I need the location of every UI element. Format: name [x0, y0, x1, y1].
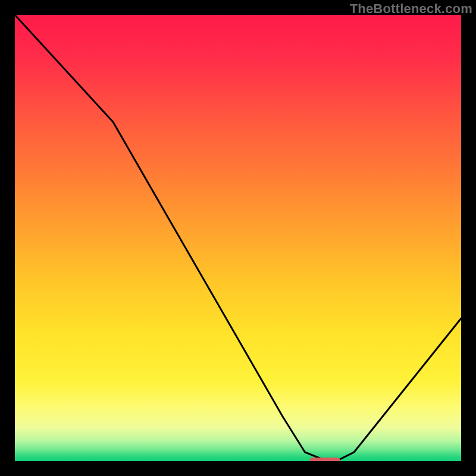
gradient-background: [15, 15, 461, 461]
chart-frame: TheBottleneck.com: [0, 0, 476, 476]
watermark-text: TheBottleneck.com: [350, 1, 472, 17]
optimal-marker: [309, 458, 341, 461]
plot-area: [15, 15, 461, 461]
chart-svg: [15, 15, 461, 461]
